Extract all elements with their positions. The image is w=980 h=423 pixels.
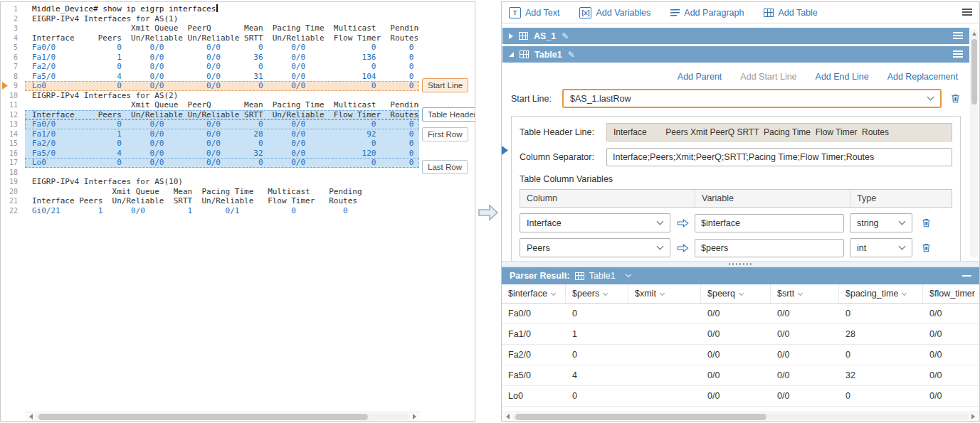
- result-column-header[interactable]: $pacing_time: [839, 284, 923, 303]
- type-select[interactable]: string: [850, 213, 912, 232]
- editor-line[interactable]: 3 Xmit Queue PeerQ Mean Pacing Time Mult…: [1, 23, 475, 33]
- cli-output-editor[interactable]: 1Middle_Device# show ip eigrp interfaces…: [1, 2, 475, 412]
- variable-input[interactable]: [695, 239, 844, 257]
- expand-icon[interactable]: [509, 33, 513, 39]
- add-variables-button[interactable]: [x]Add Variables: [579, 7, 650, 18]
- edit-icon[interactable]: ✎: [568, 50, 575, 60]
- scroll-left-icon[interactable]: [506, 414, 510, 419]
- toolbar-menu-icon[interactable]: [962, 9, 972, 16]
- collapse-icon[interactable]: [509, 52, 514, 57]
- result-column-header[interactable]: $peerq: [701, 284, 771, 303]
- text-cursor: [216, 4, 218, 12]
- delete-start-line-button[interactable]: [950, 93, 961, 104]
- add-replacement-link[interactable]: Add Replacement: [887, 72, 958, 82]
- column-select[interactable]: Interface: [520, 213, 670, 232]
- scroll-left-icon[interactable]: [29, 414, 33, 419]
- editor-line[interactable]: 18: [1, 168, 475, 178]
- editor-line[interactable]: 19EIGRP-IPv4 Interfaces for AS(10): [1, 177, 475, 187]
- variable-input[interactable]: [695, 214, 844, 232]
- column-select[interactable]: Peers: [520, 238, 670, 257]
- filter-chevron-icon: [902, 290, 907, 295]
- result-cell: Fa1/0: [502, 324, 566, 344]
- editor-line-text: Lo0 0 0/0 0/0 0 0/0 0 0: [25, 81, 419, 91]
- editor-line[interactable]: 12Interface Peers Un/Reliable Un/Reliabl…: [1, 110, 475, 120]
- editor-line[interactable]: 15Fa2/0 0 0/0 0/0 0 0/0 0 0: [1, 139, 475, 149]
- line-number: 7: [1, 62, 25, 72]
- edit-icon[interactable]: ✎: [562, 31, 569, 41]
- line-number: 3: [1, 23, 25, 33]
- filter-chevron-icon: [603, 290, 608, 295]
- section-menu-icon[interactable]: [953, 50, 963, 58]
- result-column-header[interactable]: $interface: [502, 284, 566, 303]
- line-number: 22: [1, 206, 25, 216]
- splitter-grip-icon[interactable]: [729, 263, 753, 265]
- editor-line[interactable]: 11 Xmit Queue PeerQ Mean Pacing Time Mul…: [1, 100, 475, 110]
- editor-line-text: Fa2/0 0 0/0 0/0 0 0/0 0 0: [25, 62, 419, 72]
- start-line-label: Start Line:: [511, 94, 562, 104]
- config-vertical-scrollbar[interactable]: [970, 29, 978, 258]
- scrollbar-track[interactable]: [512, 414, 969, 420]
- scrollbar-thumb[interactable]: [515, 414, 766, 420]
- editor-line[interactable]: 7Fa2/0 0 0/0 0/0 0 0/0 0 0: [1, 62, 475, 72]
- editor-line[interactable]: 16Fa5/0 4 0/0 0/0 32 0/0 120 0: [1, 149, 475, 159]
- editor-line[interactable]: 13Fa0/0 0 0/0 0/0 0 0/0 0 0: [1, 119, 475, 129]
- editor-line[interactable]: 4Interface Peers Un/Reliable Un/Reliable…: [1, 33, 475, 43]
- add-paragraph-button[interactable]: Add Paragraph: [670, 8, 744, 18]
- table-header-label[interactable]: Table Header: [422, 107, 475, 122]
- editor-line[interactable]: 5Fa0/0 0 0/0 0/0 0 0/0 0 0: [1, 43, 475, 53]
- editor-line[interactable]: 10EIGRP-IPv4 Interfaces for AS(2): [1, 91, 475, 101]
- minimize-button[interactable]: [962, 275, 971, 277]
- delete-variable-button[interactable]: [921, 218, 932, 228]
- editor-line[interactable]: 2EIGRP-IPv4 Interfaces for AS(1): [1, 14, 475, 24]
- add-table-button[interactable]: Add Table: [764, 8, 817, 18]
- editor-line[interactable]: 21Interface Peers Un/Reliable SRTT Un/Re…: [1, 196, 475, 206]
- result-column-header[interactable]: $flow_timer: [923, 284, 979, 303]
- result-horizontal-scrollbar[interactable]: [502, 412, 979, 421]
- line-number: 19: [1, 177, 25, 187]
- scroll-right-icon[interactable]: [413, 414, 416, 419]
- start-line-label[interactable]: Start Line: [422, 78, 468, 92]
- scrollbar-thumb[interactable]: [38, 414, 368, 420]
- filter-chevron-icon: [551, 290, 556, 295]
- result-column-header[interactable]: $srtt: [771, 284, 839, 303]
- result-column-header[interactable]: $peers: [566, 284, 628, 303]
- add-text-button[interactable]: TAdd Text: [509, 7, 559, 18]
- result-column-header[interactable]: $xmit: [628, 284, 701, 303]
- add-end-line-link[interactable]: Add End Line: [816, 72, 869, 82]
- first-row-label[interactable]: First Row: [422, 127, 468, 141]
- editor-line[interactable]: 14Fa1/0 1 0/0 0/0 28 0/0 92 0: [1, 129, 475, 139]
- scrollbar-thumb[interactable]: [971, 39, 977, 105]
- chevron-down-icon[interactable]: [625, 272, 631, 277]
- editor-line[interactable]: 8Fa5/0 4 0/0 0/0 31 0/0 104 0: [1, 72, 475, 82]
- last-row-label[interactable]: Last Row: [422, 160, 468, 174]
- start-line-select[interactable]: $AS_1.lastRow: [562, 89, 942, 108]
- delete-variable-button[interactable]: [921, 242, 932, 253]
- type-select[interactable]: int: [850, 238, 912, 257]
- result-cell: 0: [566, 386, 628, 406]
- as1-section-header[interactable]: AS_1 ✎: [502, 28, 969, 44]
- result-cell: 0/0: [701, 386, 771, 406]
- scroll-up-icon[interactable]: [972, 32, 976, 36]
- editor-line[interactable]: 9Lo0 0 0/0 0/0 0 0/0 0 0: [1, 81, 475, 91]
- map-arrow-icon: [670, 218, 695, 228]
- result-cell: [628, 365, 701, 385]
- scroll-right-icon[interactable]: [971, 414, 975, 419]
- editor-line[interactable]: 20 Xmit Queue Mean Pacing Time Multicast…: [1, 187, 475, 197]
- result-row: Fa5/040/00/0320/0: [502, 365, 979, 386]
- add-parent-link[interactable]: Add Parent: [678, 72, 722, 82]
- result-cell: [628, 304, 701, 323]
- editor-line[interactable]: 17Lo0 0 0/0 0/0 0 0/0 0 0: [1, 158, 475, 168]
- editor-line[interactable]: 1Middle_Device# show ip eigrp interfaces: [1, 4, 475, 14]
- column-separator-input[interactable]: [606, 148, 952, 166]
- editor-line[interactable]: 6Fa1/0 1 0/0 0/0 36 0/0 136 0: [1, 53, 475, 63]
- line-number: 1: [1, 4, 25, 14]
- editor-horizontal-scrollbar[interactable]: [25, 412, 421, 421]
- editor-line[interactable]: 22Gi0/21 1 0/0 1 0/1 0 0: [1, 206, 475, 216]
- add-text-icon: T: [509, 7, 521, 18]
- section-menu-icon[interactable]: [953, 32, 963, 40]
- start-line-value: $AS_1.lastRow: [570, 94, 922, 104]
- panel-splitter[interactable]: [502, 261, 979, 267]
- add-start-line-link[interactable]: Add Start Line: [740, 72, 796, 82]
- scrollbar-track[interactable]: [36, 414, 410, 420]
- table1-section-header[interactable]: Table1 ✎: [502, 46, 969, 63]
